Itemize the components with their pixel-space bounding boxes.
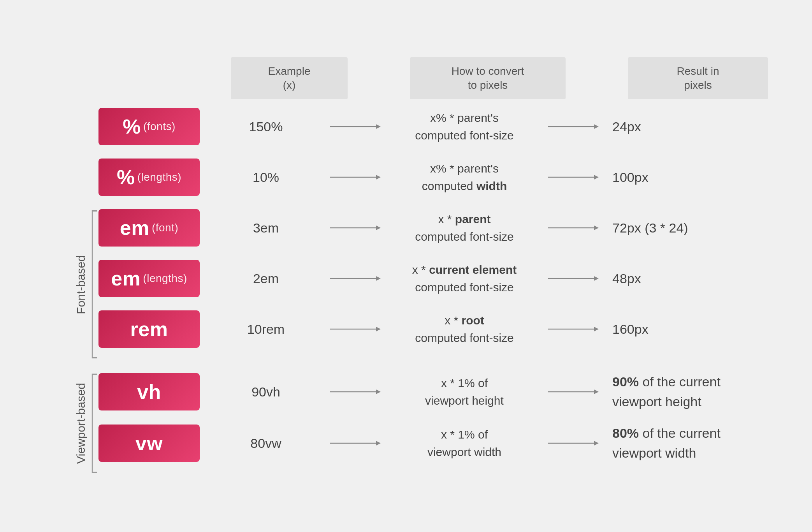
- arrow-line: [324, 324, 387, 334]
- arrow2-vh: [542, 387, 605, 396]
- how-vw: x * 1% ofviewport width: [387, 426, 542, 461]
- example-percent-lengths: 10%: [207, 170, 324, 185]
- result-value: 24px: [605, 117, 745, 137]
- badge-main-text: vh: [137, 380, 161, 403]
- group-label-viewport: Viewport-based: [36, 372, 98, 475]
- arrow1-vw: [324, 439, 387, 448]
- group-label-font: Font-based: [36, 208, 98, 360]
- result-rem: 160px: [605, 319, 745, 339]
- svg-marker-5: [376, 175, 381, 180]
- svg-marker-9: [376, 225, 381, 230]
- arrow2-em-font: [542, 223, 605, 233]
- badge-main-text: em: [120, 216, 149, 240]
- result-percent-lengths: 100px: [605, 167, 745, 187]
- badge-percent-fonts: % (fonts): [98, 108, 200, 145]
- example-value: 2em: [207, 271, 324, 286]
- header-row: Example(x) How to convertto pixels Resul…: [36, 57, 776, 100]
- row-percent-lengths: % (lengths) 10%: [98, 158, 776, 197]
- arrow2-em-lengths: [542, 274, 605, 283]
- how-percent-fonts: x% * parent'scomputed font-size: [387, 109, 542, 144]
- unit-vw: vw: [98, 425, 207, 462]
- how-text: x * 1% ofviewport height: [387, 374, 542, 409]
- header-result: Result inpixels: [628, 57, 768, 100]
- font-bracket: [89, 208, 98, 360]
- arrow-line: [542, 122, 605, 131]
- group-no-label: % (fonts) 150%: [36, 107, 776, 208]
- arrow-line: [542, 387, 605, 396]
- arrow-line: [542, 439, 605, 448]
- arrow2-vw: [542, 439, 605, 448]
- how-text: x% * parent'scomputed font-size: [387, 109, 542, 144]
- example-em-font: 3em: [207, 220, 324, 236]
- badge-em-lengths: em (lengths): [98, 260, 200, 297]
- badge-vh: vh: [98, 373, 200, 410]
- result-value: 160px: [605, 319, 745, 339]
- example-rem: 10rem: [207, 322, 324, 337]
- svg-marker-15: [594, 276, 599, 281]
- example-value: 80vw: [207, 436, 324, 451]
- unit-percent-fonts: % (fonts): [98, 108, 207, 145]
- badge-main-text: vw: [135, 432, 163, 455]
- unit-percent-lengths: % (lengths): [98, 159, 207, 196]
- header-how-cell: How to convertto pixels: [410, 57, 566, 100]
- arrow-line: [324, 173, 387, 182]
- arrow-line: [542, 223, 605, 233]
- arrow-line: [542, 274, 605, 283]
- group-label-text: Viewport-based: [74, 383, 88, 464]
- example-percent-fonts: 150%: [207, 119, 324, 134]
- badge-main-text: em: [111, 267, 141, 290]
- how-rem: x * rootcomputed font-size: [387, 312, 542, 347]
- badge-vw: vw: [98, 425, 200, 462]
- example-em-lengths: 2em: [207, 271, 324, 286]
- row-em-lengths: em (lengths) 2em: [98, 259, 776, 298]
- svg-marker-19: [594, 327, 599, 331]
- example-value: 10%: [207, 170, 324, 185]
- table-wrapper: Example(x) How to convertto pixels Resul…: [36, 57, 776, 475]
- badge-sub-text: (font): [152, 222, 178, 234]
- svg-marker-7: [594, 175, 599, 180]
- example-value: 90vh: [207, 384, 324, 400]
- arrow2-percent-lengths: [542, 173, 605, 182]
- arrow2-rem: [542, 324, 605, 334]
- arrow-line: [324, 439, 387, 448]
- row-percent-fonts: % (fonts) 150%: [98, 107, 776, 146]
- result-em-font: 72px (3 * 24): [605, 218, 745, 238]
- badge-main-text: rem: [130, 317, 168, 341]
- row-rem: rem 10rem: [98, 310, 776, 349]
- badge-em-font: em (font): [98, 209, 200, 247]
- result-value: 100px: [605, 167, 745, 187]
- badge-main-text: %: [123, 115, 141, 138]
- arrow-line: [542, 173, 605, 182]
- result-value: 48px: [605, 269, 745, 289]
- example-vw: 80vw: [207, 436, 324, 451]
- svg-marker-3: [594, 124, 599, 129]
- badge-rem: rem: [98, 310, 200, 348]
- group-font-based: Font-based em (font): [36, 208, 776, 360]
- badge-sub-text: (lengths): [143, 272, 187, 285]
- group-viewport-based: Viewport-based vh 90vh: [36, 372, 776, 475]
- svg-marker-23: [594, 389, 599, 394]
- no-group-rows: % (fonts) 150%: [98, 107, 776, 208]
- unit-rem: rem: [98, 310, 207, 348]
- result-value: 72px (3 * 24): [605, 218, 745, 238]
- svg-marker-21: [376, 389, 381, 394]
- viewport-rows: vh 90vh: [98, 372, 776, 475]
- arrow-line: [324, 122, 387, 131]
- arrow1-em-lengths: [324, 274, 387, 283]
- header-how: How to convertto pixels: [410, 57, 566, 100]
- arrow-line: [324, 274, 387, 283]
- arrow-line: [324, 387, 387, 396]
- svg-marker-11: [594, 225, 599, 230]
- svg-marker-17: [376, 327, 381, 331]
- example-value: 150%: [207, 119, 324, 134]
- how-text: x * rootcomputed font-size: [387, 312, 542, 347]
- how-em-font: x * parentcomputed font-size: [387, 210, 542, 245]
- group-label-text: Font-based: [74, 255, 88, 314]
- how-vh: x * 1% ofviewport height: [387, 374, 542, 409]
- example-value: 10rem: [207, 322, 324, 337]
- header-spacer-unit: [122, 57, 231, 100]
- header-example: Example(x): [231, 57, 348, 100]
- badge-sub-text: (lengths): [137, 171, 181, 183]
- unit-em-lengths: em (lengths): [98, 260, 207, 297]
- header-result-cell: Result inpixels: [628, 57, 768, 100]
